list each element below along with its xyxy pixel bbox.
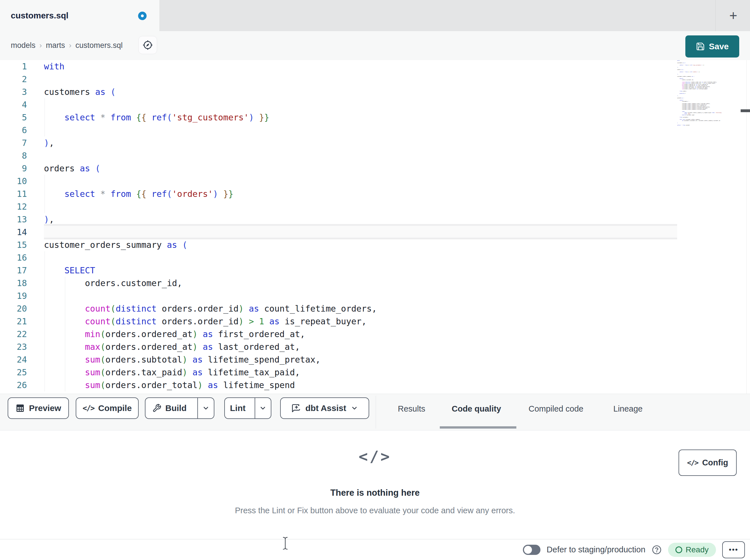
code-line[interactable]: 1with: [0, 60, 750, 73]
code-text: orders.customer_id,: [27, 278, 182, 288]
code-line[interactable]: 11 select * from {{ ref('orders') }}: [0, 188, 750, 200]
chevron-right-icon: ›: [69, 41, 72, 50]
breadcrumb-item-models[interactable]: models: [11, 41, 36, 50]
lint-button[interactable]: Lint: [225, 398, 251, 418]
line-number: 25: [0, 367, 27, 377]
code-line[interactable]: 7),: [0, 137, 750, 149]
scrollbar-thumb[interactable]: [741, 109, 750, 112]
defer-label: Defer to staging/production: [547, 545, 645, 554]
file-tab-title: customers.sql: [11, 0, 68, 31]
line-number: 11: [0, 189, 27, 199]
code-text: ),: [27, 138, 54, 148]
code-line[interactable]: 24 sum(orders.subtotal) as lifetime_spen…: [0, 353, 750, 366]
tab-results[interactable]: Results: [398, 404, 425, 414]
preview-button[interactable]: Preview: [8, 397, 69, 419]
code-line[interactable]: 9orders as (: [0, 162, 750, 175]
code-text: sum(orders.subtotal) as lifetime_spend_p…: [27, 355, 320, 365]
line-number: 22: [0, 329, 27, 339]
code-editor[interactable]: 1with23customers as (45 select * from {{…: [0, 60, 750, 394]
code-line[interactable]: 18 orders.customer_id,: [0, 277, 750, 290]
overflow-menu-button[interactable]: •••: [722, 541, 745, 558]
line-number: 16: [0, 253, 27, 263]
indent-guide: [44, 315, 45, 328]
indent-guide: [44, 175, 45, 188]
help-icon[interactable]: [652, 545, 662, 555]
line-number: 2: [0, 74, 27, 84]
code-text: SELECT: [27, 265, 95, 275]
line-number: 20: [0, 304, 27, 314]
code-line[interactable]: 10: [0, 175, 750, 188]
wrench-icon: [152, 403, 161, 413]
indent-guide: [44, 340, 45, 353]
code-line[interactable]: 5 select * from {{ ref('stg_customers') …: [0, 111, 750, 124]
code-line[interactable]: 23 max(orders.ordered_at) as last_ordere…: [0, 340, 750, 353]
save-button[interactable]: Save: [685, 36, 739, 58]
status-bar: Defer to staging/production Ready •••: [0, 539, 750, 560]
code-text: max(orders.ordered_at) as last_ordered_a…: [27, 342, 300, 352]
code-line[interactable]: 12: [0, 200, 750, 213]
chevron-down-icon: [351, 405, 358, 412]
code-line[interactable]: 2: [0, 73, 750, 86]
line-number: 5: [0, 112, 27, 122]
code-line[interactable]: 19: [0, 290, 750, 302]
file-tab[interactable]: customers.sql: [0, 0, 159, 31]
compile-button[interactable]: </> Compile: [76, 397, 139, 419]
code-line[interactable]: 13),: [0, 213, 750, 226]
code-line[interactable]: 16: [0, 251, 750, 264]
tab-lineage[interactable]: Lineage: [613, 404, 643, 414]
line-number: 19: [0, 291, 27, 301]
code-line[interactable]: 4: [0, 98, 750, 111]
code-line[interactable]: 25 sum(orders.tax_paid) as lifetime_tax_…: [0, 366, 750, 379]
line-number: 27: [0, 393, 27, 394]
code-text: orders as (: [27, 163, 100, 173]
code-line[interactable]: 20 count(distinct orders.order_id) as co…: [0, 302, 750, 315]
save-button-label: Save: [709, 42, 729, 51]
table-icon: [15, 403, 25, 413]
code-text: select * from {{ ref('orders') }}: [27, 189, 233, 199]
code-line[interactable]: 26 sum(orders.order_total) as lifetime_s…: [0, 379, 750, 392]
minimap[interactable]: withcustomers as ( select * from {{ ref(…: [677, 60, 741, 394]
lint-dropdown-button[interactable]: [255, 398, 271, 418]
new-tab-button[interactable]: +: [724, 6, 743, 25]
line-number: 13: [0, 214, 27, 224]
code-line[interactable]: 17 SELECT: [0, 264, 750, 277]
line-number: 10: [0, 176, 27, 186]
file-explore-button[interactable]: [138, 36, 157, 54]
status-badge[interactable]: Ready: [668, 543, 716, 557]
code-line[interactable]: 27: [0, 392, 750, 394]
tab-compiled-code[interactable]: Compiled code: [529, 404, 583, 414]
line-number: 23: [0, 342, 27, 352]
indent-guide: [44, 302, 45, 315]
code-line[interactable]: 3customers as (: [0, 86, 750, 98]
indent-guide: [44, 379, 45, 392]
active-tab-underline: [440, 426, 516, 429]
defer-toggle[interactable]: [523, 545, 540, 555]
code-icon: </>: [82, 404, 94, 412]
ready-circle-icon: [675, 546, 682, 553]
code-text: customers as (: [27, 87, 116, 97]
line-number: 6: [0, 125, 27, 135]
code-line[interactable]: 6: [0, 124, 750, 137]
preview-button-label: Preview: [29, 403, 61, 413]
dbt-assist-button[interactable]: dbt Assist: [280, 397, 369, 419]
breadcrumb-item-marts[interactable]: marts: [46, 41, 65, 50]
code-line[interactable]: 22 min(orders.ordered_at) as first_order…: [0, 328, 750, 340]
ready-label: Ready: [686, 545, 709, 554]
code-line[interactable]: 14: [0, 226, 750, 238]
lint-button-label: Lint: [230, 403, 245, 413]
line-number: 14: [0, 227, 27, 237]
code-text: count(distinct orders.order_id) > 1 as i…: [27, 316, 367, 326]
build-dropdown-button[interactable]: [197, 398, 214, 418]
code-line[interactable]: 21 count(distinct orders.order_id) > 1 a…: [0, 315, 750, 328]
code-line[interactable]: 15customer_orders_summary as (: [0, 238, 750, 251]
breadcrumb-item-file[interactable]: customers.sql: [75, 41, 123, 50]
tab-code-quality[interactable]: Code quality: [452, 404, 501, 414]
code-text: with: [27, 61, 64, 71]
text-cursor-pointer: [282, 537, 289, 550]
build-button[interactable]: Build: [145, 398, 193, 418]
code-line[interactable]: 8: [0, 149, 750, 162]
chevron-down-icon: [259, 405, 267, 412]
code-text: select * from {{ ref('stg_customers') }}: [27, 112, 269, 122]
line-number: 21: [0, 316, 27, 326]
empty-state-subtitle: Press the Lint or Fix button above to ev…: [0, 506, 750, 515]
